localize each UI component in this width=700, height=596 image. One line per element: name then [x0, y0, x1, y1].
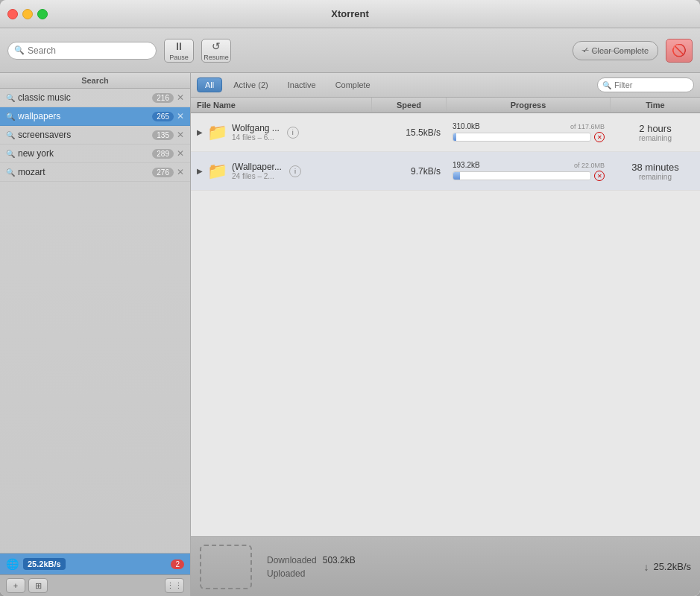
sidebar-item-classic-music[interactable]: 🔍 classic music 216 ✕: [0, 89, 190, 107]
file-name: Wolfgang ...: [232, 123, 280, 133]
search-icon: 🔍: [6, 168, 15, 177]
sidebar-item-screensavers[interactable]: 🔍 screensavers 135 ✕: [0, 126, 190, 145]
search-icon: 🔍: [14, 45, 25, 55]
folder-icon: 📁: [207, 123, 227, 142]
speed-cell: 15.5kB/s: [372, 124, 447, 141]
time-cell: 38 minutes remaining: [611, 159, 700, 184]
downloaded-value: 503.2kB: [323, 555, 356, 565]
stop-button[interactable]: ✕: [594, 132, 605, 142]
search-input[interactable]: [28, 45, 150, 56]
info-button[interactable]: i: [287, 127, 299, 139]
close-icon[interactable]: ✕: [177, 93, 184, 102]
speed-display: 25.2kB/s: [23, 558, 66, 570]
close-icon[interactable]: ✕: [177, 149, 184, 158]
tab-complete-label: Complete: [335, 80, 371, 89]
expand-icon[interactable]: ▶: [197, 167, 203, 175]
col-speed: Speed: [372, 98, 447, 112]
sidebar-item-new-york[interactable]: 🔍 new york 289 ✕: [0, 145, 190, 163]
search-icon: 🔍: [6, 94, 15, 102]
filter-search-icon: 🔍: [602, 81, 611, 89]
expand-icon[interactable]: ▶: [197, 128, 203, 136]
traffic-lights: [7, 9, 48, 19]
downloaded-amount: 310.0kB: [453, 122, 480, 130]
drop-target[interactable]: [200, 545, 252, 589]
grip-icon: ⋮⋮: [166, 581, 183, 591]
speed-cell: 9.7kB/s: [372, 163, 447, 180]
file-meta: 14 files – 6...: [232, 133, 280, 142]
info-button[interactable]: i: [289, 165, 301, 177]
status-speed: ↓ 25.2kB/s: [643, 561, 691, 573]
add-button[interactable]: +: [6, 578, 25, 593]
sidebar-item-count: 289: [152, 149, 174, 159]
clear-complete-button[interactable]: ✓ Clear Complete: [573, 41, 658, 60]
tab-active-label: Active (2): [233, 80, 268, 89]
pause-icon: ⏸: [174, 40, 184, 52]
more-button[interactable]: ⊞: [28, 578, 48, 593]
search-box[interactable]: 🔍: [7, 42, 157, 60]
time-value: 2 hours: [617, 123, 694, 134]
progress-bar-fill: [453, 133, 456, 141]
remove-icon: 🚫: [672, 43, 687, 57]
sidebar-list: 🔍 classic music 216 ✕ 🔍 wallpapers 265 ✕…: [0, 89, 190, 553]
sidebar: Search 🔍 classic music 216 ✕ 🔍 wallpaper…: [0, 73, 191, 596]
total-amount: of 22.0MB: [574, 162, 605, 169]
table-row: ▶ 📁 Wolfgang ... 14 files – 6... i 15.5k…: [191, 113, 700, 152]
file-name: (Wallpaper...: [232, 162, 282, 172]
search-icon: 🔍: [6, 112, 15, 121]
col-time: Time: [611, 98, 700, 112]
resume-icon: ↺: [212, 40, 221, 52]
downloaded-label: Downloaded: [267, 555, 317, 565]
sidebar-header: Search: [0, 73, 190, 89]
download-speed: 25.2kB/s: [653, 561, 691, 572]
speed-value: 15.5kB/s: [406, 127, 441, 138]
close-icon[interactable]: ✕: [177, 112, 184, 121]
sidebar-item-mozart[interactable]: 🔍 mozart 276 ✕: [0, 163, 190, 182]
content-area: All Active (2) Inactive Complete 🔍: [191, 73, 700, 596]
file-meta: 24 files – 2...: [232, 172, 282, 180]
progress-cell: 193.2kB of 22.0MB ✕: [447, 158, 611, 184]
sidebar-item-label: wallpapers: [18, 111, 152, 121]
resume-button[interactable]: ↺ Resume: [201, 39, 231, 63]
window-title: Xtorrent: [331, 8, 369, 19]
network-icon: 🌐: [6, 558, 19, 570]
stop-button[interactable]: ✕: [594, 171, 605, 181]
download-arrow-icon: ↓: [643, 561, 649, 573]
time-label: remaining: [617, 134, 694, 142]
close-button[interactable]: [7, 9, 18, 19]
clear-complete-label: Clear Complete: [592, 46, 649, 55]
sidebar-item-count: 216: [152, 93, 174, 103]
sidebar-item-count: 265: [152, 112, 174, 121]
checkmark-icon: ✓: [582, 45, 589, 55]
sidebar-item-wallpapers[interactable]: 🔍 wallpapers 265 ✕: [0, 107, 190, 126]
resize-grip[interactable]: ⋮⋮: [165, 578, 184, 593]
pause-button[interactable]: ⏸ Pause: [164, 39, 194, 63]
sidebar-item-label: screensavers: [18, 130, 152, 140]
title-bar: Xtorrent: [0, 0, 700, 28]
close-icon[interactable]: ✕: [177, 130, 184, 139]
speed-value: 9.7kB/s: [411, 166, 441, 177]
resume-label: Resume: [204, 54, 229, 61]
remove-button[interactable]: 🚫: [666, 39, 693, 63]
time-label: remaining: [617, 173, 694, 181]
uploaded-label: Uploaded: [267, 568, 305, 579]
sidebar-item-count: 276: [152, 168, 174, 177]
progress-cell: 310.0kB of 117.6MB ✕: [447, 119, 611, 145]
search-icon: 🔍: [6, 150, 15, 158]
total-amount: of 117.6MB: [570, 123, 605, 130]
tab-active[interactable]: Active (2): [225, 77, 276, 92]
filter-bar: All Active (2) Inactive Complete 🔍: [191, 73, 700, 98]
more-icon: ⊞: [35, 581, 42, 591]
active-count-badge: 2: [171, 559, 184, 569]
filter-search-box[interactable]: 🔍: [597, 77, 694, 92]
sidebar-item-label: classic music: [18, 92, 152, 103]
sidebar-tools: + ⊞ ⋮⋮: [0, 574, 190, 596]
maximize-button[interactable]: [37, 9, 48, 19]
filter-input[interactable]: [614, 80, 689, 89]
tab-all[interactable]: All: [197, 77, 222, 92]
minimize-button[interactable]: [22, 9, 33, 19]
file-cell: ▶ 📁 (Wallpaper... 24 files – 2... i: [191, 159, 372, 184]
tab-inactive[interactable]: Inactive: [280, 77, 324, 92]
close-icon[interactable]: ✕: [177, 168, 184, 177]
col-progress: Progress: [447, 98, 611, 112]
tab-complete[interactable]: Complete: [327, 77, 379, 92]
